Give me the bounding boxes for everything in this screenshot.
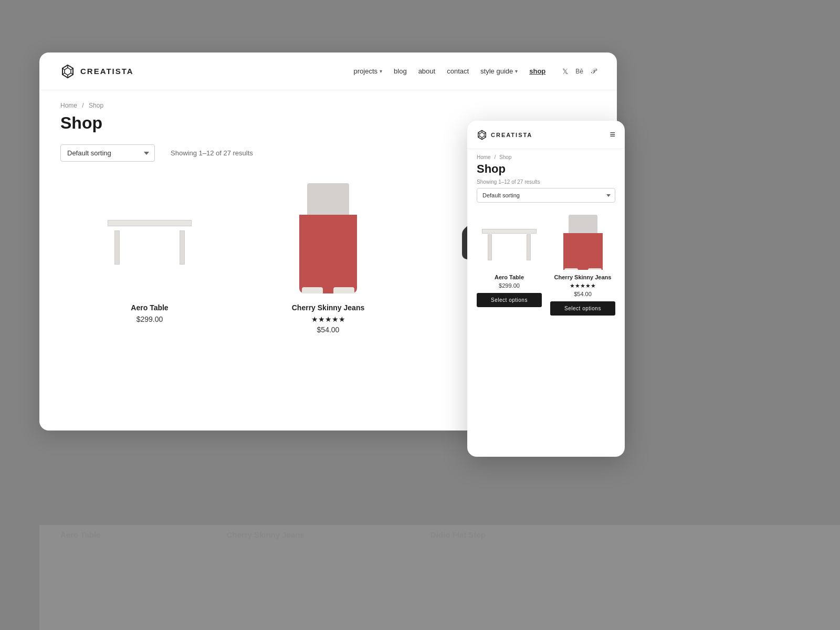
nav-blog[interactable]: blog: [394, 67, 407, 75]
mobile-jeans-image: [563, 215, 603, 270]
chevron-down-icon-2: ▾: [515, 68, 518, 74]
nav-style-guide[interactable]: style guide ▾: [480, 67, 518, 75]
social-links: 𝕏 Bē 𝒫: [562, 67, 596, 76]
product-name-cherry-jeans: Cherry Skinny Jeans: [251, 303, 405, 312]
mobile-table-image: [480, 223, 538, 262]
bg-product-2: Cherry Skinny Jeans: [226, 530, 304, 539]
jeans-foot-right: [333, 287, 354, 293]
mobile-product-image-table: [477, 213, 542, 271]
mobile-breadcrumb-current: Shop: [499, 154, 511, 160]
select-options-btn-jeans[interactable]: Select options: [550, 301, 615, 316]
svg-marker-1: [65, 68, 71, 75]
breadcrumb-separator: /: [82, 102, 83, 109]
bg-product-3: Didio Flat Step: [430, 530, 486, 539]
product-stars-cherry-jeans: ★★★★★: [251, 315, 405, 323]
mobile-jeans-legs: [563, 233, 603, 270]
product-image-cherry-jeans: [251, 181, 405, 296]
nav-links: projects ▾ blog about contact style guid…: [354, 67, 596, 76]
chevron-down-icon: ▾: [380, 68, 382, 74]
mobile-table-top: [482, 229, 537, 234]
mobile-product-card-jeans: Cherry Skinny Jeans ★★★★★ $54.00 Select …: [546, 209, 620, 320]
logo[interactable]: CREATISTA: [60, 64, 134, 79]
mobile-jeans-foot-l: [564, 268, 578, 270]
mobile-logo[interactable]: CREATISTA: [477, 130, 532, 140]
mobile-navbar: CREATISTA ≡: [467, 121, 625, 149]
mobile-product-stars-jeans: ★★★★★: [550, 282, 615, 289]
logo-icon: [60, 64, 75, 79]
mobile-product-name-jeans: Cherry Skinny Jeans: [550, 274, 615, 280]
twitter-icon[interactable]: 𝕏: [562, 67, 568, 76]
mobile-logo-icon: [477, 130, 487, 140]
pinterest-icon[interactable]: 𝒫: [591, 67, 596, 76]
mobile-table-leg-l: [488, 234, 492, 260]
nav-about[interactable]: about: [418, 67, 436, 75]
mobile-products-grid: Aero Table $299.00 Select options Cherry…: [467, 209, 625, 320]
table-leg-left: [114, 230, 120, 265]
mobile-table-leg-r: [527, 234, 531, 260]
behance-icon[interactable]: Bē: [575, 68, 583, 75]
mobile-breadcrumb: Home / Shop: [467, 149, 625, 160]
mobile-results-text: Showing 1–12 of 27 results: [467, 176, 625, 188]
mobile-product-card-aero-table: Aero Table $299.00 Select options: [472, 209, 546, 320]
breadcrumb-home[interactable]: Home: [60, 102, 77, 109]
mobile-sort-select[interactable]: Default sorting: [477, 188, 615, 203]
mobile-card: CREATISTA ≡ Home / Shop Shop Showing 1–1…: [467, 121, 625, 457]
product-card-cherry-jeans: Cherry Skinny Jeans ★★★★★ $54.00: [239, 170, 417, 344]
breadcrumb-current: Shop: [89, 102, 103, 109]
svg-marker-9: [480, 132, 485, 138]
jeans-legs: [299, 215, 357, 293]
brand-name: CREATISTA: [80, 67, 134, 76]
product-image-aero-table: [73, 181, 226, 296]
nav-shop[interactable]: shop: [529, 67, 545, 75]
mobile-page-title: Shop: [467, 160, 625, 176]
select-options-btn-aero[interactable]: Select options: [477, 293, 542, 307]
mobile-brand-name: CREATISTA: [491, 132, 532, 138]
table-leg-right: [180, 230, 185, 265]
mobile-product-price-aero: $299.00: [477, 282, 542, 289]
mobile-product-price-jeans: $54.00: [550, 291, 615, 297]
jeans-image: [299, 183, 357, 293]
nav-projects[interactable]: projects ▾: [354, 67, 383, 75]
product-price-aero-table: $299.00: [73, 315, 226, 323]
navbar: CREATISTA projects ▾ blog about contact …: [39, 52, 617, 90]
mobile-breadcrumb-home[interactable]: Home: [477, 154, 491, 160]
breadcrumb: Home / Shop: [39, 90, 617, 109]
results-text: Showing 1–12 of 27 results: [171, 149, 253, 157]
table-image: [105, 209, 194, 267]
nav-contact[interactable]: contact: [447, 67, 469, 75]
sort-select[interactable]: Default sorting: [60, 144, 155, 162]
mobile-product-name-aero: Aero Table: [477, 274, 542, 280]
hamburger-icon[interactable]: ≡: [610, 129, 615, 140]
table-top: [108, 220, 192, 226]
product-card-aero-table: Aero Table $299.00: [60, 170, 239, 344]
mobile-product-image-jeans: [550, 213, 615, 271]
mobile-jeans-foot-r: [588, 268, 602, 270]
product-name-aero-table: Aero Table: [73, 303, 226, 312]
background-bottom-products: Aero Table Cherry Skinny Jeans Didio Fla…: [39, 525, 840, 630]
bg-product-1: Aero Table: [60, 530, 100, 539]
jeans-foot-left: [302, 287, 323, 293]
mobile-breadcrumb-sep: /: [494, 154, 496, 160]
product-price-cherry-jeans: $54.00: [251, 326, 405, 334]
